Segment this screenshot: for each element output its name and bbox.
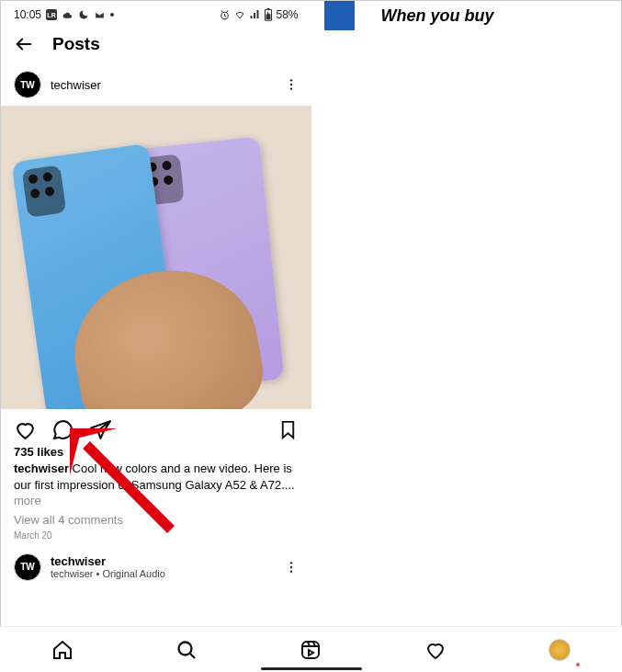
alarm-icon xyxy=(219,9,231,21)
svg-point-4 xyxy=(289,79,291,81)
post2-username[interactable]: techwiser xyxy=(51,554,275,568)
svg-point-7 xyxy=(289,562,291,564)
screen-posts-view: 10:05 LR xyxy=(1,1,311,671)
likes-count[interactable]: 735 likes xyxy=(1,445,311,459)
app-header: Posts xyxy=(1,25,311,63)
back-button[interactable] xyxy=(14,34,34,54)
nav-profile-icon[interactable] xyxy=(548,639,571,661)
home-indicator[interactable] xyxy=(261,667,362,670)
nav-home-icon[interactable] xyxy=(51,639,74,661)
signal-icon xyxy=(249,9,261,20)
svg-rect-11 xyxy=(302,642,319,658)
post-options-button[interactable] xyxy=(284,77,299,92)
save-button[interactable] xyxy=(277,419,299,440)
nav-notification-dot xyxy=(576,663,580,666)
svg-rect-2 xyxy=(267,8,270,9)
battery-percent: 58% xyxy=(276,8,298,21)
post-date: March 20 xyxy=(1,527,311,541)
status-bar: 10:05 LR xyxy=(1,1,311,25)
bottom-nav xyxy=(0,626,622,672)
nav-activity-icon[interactable] xyxy=(424,639,447,661)
cloud-icon xyxy=(62,10,74,20)
post2-author-avatar[interactable]: TW xyxy=(14,553,41,581)
post-action-bar xyxy=(1,409,311,445)
notification-dot xyxy=(110,13,114,17)
svg-point-8 xyxy=(289,565,291,567)
post2-options-button[interactable] xyxy=(284,560,299,575)
wifi-icon xyxy=(233,9,246,20)
svg-point-6 xyxy=(289,87,291,89)
post2-author-row: TW techwiser techwiser • Original Audio xyxy=(1,541,311,587)
app-icon-1: LR xyxy=(46,9,57,20)
status-time: 10:05 xyxy=(14,8,41,21)
view-comments-link[interactable]: View all 4 comments xyxy=(1,509,311,527)
page-title: Posts xyxy=(52,34,100,54)
post-author-row: TW techwiser xyxy=(1,63,311,106)
post-image[interactable] xyxy=(1,106,311,409)
comment-button[interactable] xyxy=(51,418,74,441)
post-caption[interactable]: techwiser Cool new colors and a new vide… xyxy=(1,459,311,509)
author-username[interactable]: techwiser xyxy=(51,78,275,92)
nav-reels-icon[interactable] xyxy=(300,639,322,661)
svg-point-10 xyxy=(179,642,192,655)
battery-icon xyxy=(264,8,273,21)
share-button[interactable] xyxy=(89,418,112,441)
post2-image[interactable]: When you buy xyxy=(324,1,494,30)
nav-search-icon[interactable] xyxy=(175,639,198,661)
svg-point-5 xyxy=(289,84,291,85)
like-button[interactable] xyxy=(14,418,37,441)
author-avatar[interactable]: TW xyxy=(14,71,41,98)
svg-point-9 xyxy=(289,570,291,572)
mail-icon xyxy=(94,10,106,20)
post2-audio-label[interactable]: techwiser • Original Audio xyxy=(51,568,275,579)
moon-icon xyxy=(78,9,89,20)
